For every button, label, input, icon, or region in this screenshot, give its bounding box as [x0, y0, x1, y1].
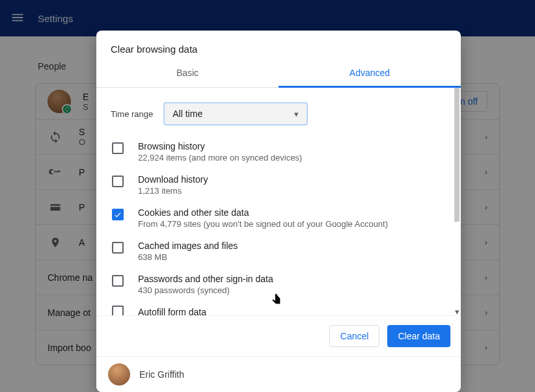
cancel-button[interactable]: Cancel: [329, 325, 380, 347]
dialog-body: Time range All time ▾ Browsing history 2…: [96, 88, 461, 315]
avatar: [108, 363, 130, 385]
dialog-title: Clear browsing data: [96, 31, 461, 61]
clear-data-button[interactable]: Clear data: [387, 325, 450, 347]
dropdown-arrow-icon: ▾: [294, 109, 299, 119]
clear-browsing-data-dialog: Clear browsing data Basic Advanced Time …: [96, 31, 461, 392]
option-title: Browsing history: [138, 141, 302, 151]
option-title: Cached images and files: [138, 241, 238, 251]
option-subtitle: 22,924 items (and more on synced devices…: [138, 153, 302, 163]
time-range-row: Time range All time ▾: [111, 102, 446, 125]
scrollbar[interactable]: ▾: [453, 88, 461, 315]
option-autofill[interactable]: Autofill form data: [111, 300, 446, 315]
signed-in-row: Eric Griffith: [96, 356, 461, 392]
time-range-value: All time: [172, 109, 294, 119]
checkbox[interactable]: [112, 306, 124, 315]
checkbox[interactable]: [112, 176, 124, 187]
signed-in-name: Eric Griffith: [139, 369, 184, 380]
checkbox[interactable]: [112, 275, 124, 287]
scroll-down-icon[interactable]: ▾: [453, 307, 461, 315]
option-cookies[interactable]: Cookies and other site data From 4,779 s…: [111, 201, 446, 234]
option-browsing-history[interactable]: Browsing history 22,924 items (and more …: [111, 135, 446, 168]
option-title: Autofill form data: [138, 307, 206, 315]
tab-basic[interactable]: Basic: [96, 61, 279, 87]
option-title: Download history: [138, 174, 208, 185]
time-range-label: Time range: [111, 109, 153, 119]
option-subtitle: 1,213 items: [138, 186, 208, 196]
time-range-select[interactable]: All time ▾: [163, 102, 308, 125]
dialog-footer: Cancel Clear data: [96, 315, 461, 356]
option-subtitle: 638 MB: [138, 252, 238, 262]
checkbox[interactable]: [112, 142, 124, 154]
option-title: Cookies and other site data: [138, 207, 388, 218]
option-download-history[interactable]: Download history 1,213 items: [111, 168, 446, 201]
dialog-tabs: Basic Advanced: [96, 61, 461, 88]
tab-advanced[interactable]: Advanced: [279, 61, 461, 88]
option-subtitle: 430 passwords (synced): [138, 285, 273, 295]
checkbox[interactable]: [112, 209, 124, 220]
checkbox[interactable]: [112, 242, 124, 254]
option-subtitle: From 4,779 sites (you won't be signed ou…: [138, 219, 388, 229]
scroll-thumb[interactable]: [454, 88, 460, 222]
option-cached[interactable]: Cached images and files 638 MB: [111, 234, 446, 267]
option-passwords[interactable]: Passwords and other sign-in data 430 pas…: [111, 267, 446, 300]
option-title: Passwords and other sign-in data: [138, 274, 273, 284]
